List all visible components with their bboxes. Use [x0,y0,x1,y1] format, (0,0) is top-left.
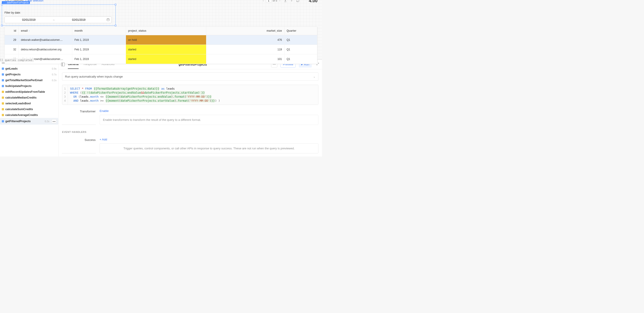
query-list-item[interactable]: getFilteredProjects0.2s••• [0,118,58,125]
table-toolbar: 3 of 21 selected Clear selection ‹ of 5 … [4,0,318,2]
query-kind-icon [2,120,4,122]
code-gutter: 1234 [62,85,68,105]
query-editor: General Response Advanced getFilteredPro… [58,59,322,156]
download-icon[interactable] [283,0,288,3]
svg-rect-0 [107,18,110,20]
query-list: ode ＋ getLeads0.9sgetProjects0.7sgetTota… [0,59,58,156]
metric-value: 4.00 [302,0,318,3]
resize-handle-ne[interactable] [115,4,116,5]
table-header-row: id email↑ month project_status market_si… [5,26,317,35]
date-range-separator: ~ [51,18,56,22]
resize-handle-se[interactable] [115,25,116,26]
run-trigger-label: Run query automatically when inputs chan… [65,75,123,78]
query-item-name: getFilteredProjects [5,120,30,123]
query-kind-icon [2,68,4,70]
resize-handle-nw[interactable] [1,4,3,5]
add-row-icon[interactable]: ＋ [290,0,294,3]
cell-market-size: 101 [206,54,284,64]
component-tag-label: datePickerForProjects [7,1,28,4]
query-list-item[interactable]: calculateSumCredits [0,106,58,112]
table-row[interactable]: 32debra.nelson@sakilacustomer.orgFeb 1, … [5,45,317,54]
editor-panel: ode ＋ getLeads0.9sgetProjects0.7sgetTota… [0,59,322,156]
add-handler-link[interactable]: + Add [100,138,107,141]
cell-email: deborah.walker@sakilacustomer.... [18,35,72,45]
table-row[interactable]: 22elizabeth.brown@sakilacustomer....Feb … [5,54,317,64]
pager-next-icon[interactable]: › [278,0,281,2]
query-list-item[interactable]: getTotalMarketSizePerEmail0.2s [0,77,58,83]
cell-email: debra.nelson@sakilacustomer.org [18,45,72,54]
refresh-icon[interactable] [296,0,300,3]
query-kind-icon [2,85,4,87]
event-handlers-heading: EVENT HANDLERS [62,131,318,133]
query-item-name: getTotalMarketSizePerEmail [5,79,43,82]
pager: ‹ of 5 › [262,0,281,3]
table-row[interactable]: 29deborah.walker@sakilacustomer....Feb 1… [5,35,317,45]
col-project-status[interactable]: project_status [126,26,206,35]
col-email[interactable]: email↑ [18,26,72,35]
query-item-name: calculateSumCredits [5,108,33,111]
cell-month: Feb 1, 2019 [72,35,126,45]
sql-editor[interactable]: 1234 SELECT * FROM {{formatDataAsArray(g… [62,85,318,105]
date-range-input[interactable]: ~ [4,16,112,23]
query-item-name: selectedLeadsBool [5,102,31,105]
date-picker-label: Filter by date: [4,11,112,14]
date-picker-component: Filter by date: ~ [4,11,112,23]
col-month[interactable]: month [72,26,126,35]
query-list-item[interactable]: selectedLeadsBool [0,101,58,106]
query-item-more-icon[interactable]: ••• [52,119,56,123]
query-item-name: calculateMedianCredits [5,96,36,99]
query-list-item[interactable]: getProjects0.7s [0,72,58,77]
status-line: ll queries completed. [0,58,34,62]
query-list-item[interactable]: calculateAverageCredits [0,112,58,118]
query-item-name: getLeads [5,67,18,70]
canvas-area: 3 of 21 selected Clear selection ‹ of 5 … [0,0,322,59]
query-item-name: bulkUpdateProjects [5,85,32,88]
transformer-enable-link[interactable]: Enable [100,109,108,113]
pager-page-input[interactable] [266,0,271,3]
component-tag[interactable]: datePickerForProjects [2,1,30,4]
col-quarter[interactable]: Quarter [284,26,317,35]
cell-market-size: 119 [206,45,284,54]
cell-quarter: Q1 [284,54,317,64]
query-item-time: 0.2s [52,79,56,82]
query-list-item[interactable]: editRecordUpdatesFromTable [0,89,58,95]
cell-quarter: Q1 [284,35,317,45]
query-kind-icon [2,108,4,110]
query-item-name: getProjects [5,73,20,76]
toggle-sidebar-icon[interactable] [61,63,65,66]
calendar-icon[interactable] [106,18,110,22]
resize-handle-sw[interactable] [1,25,3,26]
cell-id: 32 [5,45,18,54]
pager-of-label: of 5 [273,0,277,2]
date-start-input[interactable] [6,18,51,21]
query-list-item[interactable]: getLeads0.9s [0,66,58,72]
query-kind-icon [2,97,4,99]
col-email-label: email [21,29,28,32]
cell-project-status: started [126,45,206,54]
run-trigger-select[interactable]: Run query automatically when inputs chan… [62,72,318,81]
col-market-size[interactable]: market_size [206,26,284,35]
cell-quarter: Q1 [284,45,317,54]
success-label: Success [62,138,96,153]
cell-month: Feb 1, 2019 [72,54,126,64]
sort-asc-icon: ↑ [28,30,30,32]
query-list-item[interactable]: bulkUpdateProjects [0,83,58,89]
query-kind-icon [2,102,4,105]
pager-prev-icon[interactable]: ‹ [262,0,264,2]
cell-month: Feb 1, 2019 [72,45,126,54]
cell-project-status: on hold [126,35,206,45]
col-id[interactable]: id [5,26,18,35]
chevron-down-icon: ⌄ [313,75,316,78]
query-list-item[interactable]: calculateMedianCredits [0,95,58,101]
code-content[interactable]: SELECT * FROM {{formatDataAsArray(getPro… [68,85,222,105]
transformer-hint: Enable transformers to transform the res… [100,115,318,125]
query-item-name: editRecordUpdatesFromTable [5,90,45,93]
query-item-time: 0.2s [45,120,49,123]
query-kind-icon [2,114,4,116]
query-kind-icon [2,91,4,93]
event-handlers-hint: Trigger queries, control components, or … [100,143,318,153]
query-item-time: 0.7s [52,73,56,76]
query-item-time: 0.9s [52,67,56,70]
cell-market-size: 476 [206,35,284,45]
date-end-input[interactable] [56,18,101,21]
